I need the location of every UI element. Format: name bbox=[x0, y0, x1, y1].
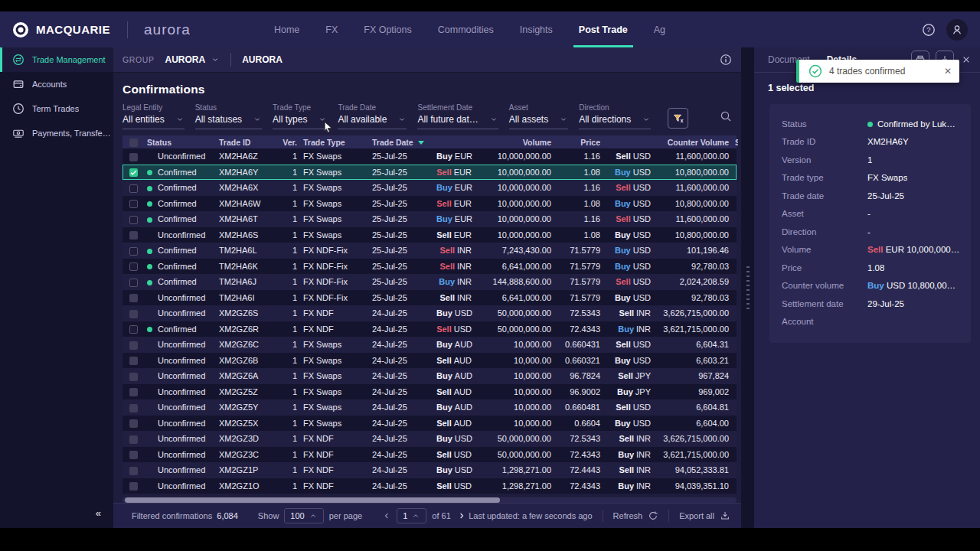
prev-page-button[interactable] bbox=[382, 511, 391, 520]
page-size-select[interactable]: 100 bbox=[284, 508, 323, 523]
table-row[interactable]: UnconfirmedXM2GZ6S1FX NDF24-Jul-25Buy US… bbox=[122, 305, 737, 321]
page-number-input[interactable]: 1 bbox=[397, 508, 426, 523]
table-row[interactable]: ConfirmedXM2HA6Y1FX Swaps25-Jul-25Sell E… bbox=[122, 165, 737, 181]
table-row[interactable]: UnconfirmedXM2HA6Z1FX Swaps25-Jul-25Buy … bbox=[122, 148, 737, 165]
table-row[interactable]: UnconfirmedTM2HA6I1FX NDF-Fix25-Jul-25Se… bbox=[122, 290, 737, 306]
row-checkbox[interactable] bbox=[129, 325, 138, 334]
trade-date-cell: 25-Jul-25 bbox=[369, 152, 433, 161]
filter-settlement-date[interactable]: Settlement DateAll future dat… bbox=[417, 103, 498, 129]
filter-trade-type[interactable]: Trade TypeAll types bbox=[273, 103, 327, 129]
col-price[interactable]: Price bbox=[554, 138, 603, 147]
table-row[interactable]: ConfirmedTM2HA6J1FX NDF-Fix25-Jul-25Buy … bbox=[122, 274, 737, 290]
row-checkbox[interactable] bbox=[129, 357, 138, 365]
select-all-checkbox[interactable] bbox=[122, 137, 144, 147]
table-row[interactable]: UnconfirmedXM2GZ5Y1FX Swaps24-Jul-25Buy … bbox=[122, 399, 737, 416]
version-cell: 1 bbox=[277, 199, 300, 208]
col-trade-id[interactable]: Trade ID bbox=[216, 138, 277, 147]
group-select[interactable]: AURORA bbox=[165, 54, 220, 65]
user-avatar[interactable] bbox=[946, 19, 968, 41]
table-row[interactable]: ConfirmedXM2HA6W1FX Swaps25-Jul-25Sell E… bbox=[122, 196, 737, 212]
table-row[interactable]: UnconfirmedXM2GZ6C1FX Swaps24-Jul-25Buy … bbox=[122, 337, 737, 353]
clear-filters-button[interactable]: x bbox=[668, 108, 688, 129]
table-row[interactable]: UnconfirmedXM2GZ3C1FX NDF24-Jul-25Sell U… bbox=[122, 447, 737, 463]
nav-item-ag[interactable]: Ag bbox=[641, 11, 678, 47]
volume-direction-cell: Buy AUD bbox=[433, 340, 475, 349]
export-all-button[interactable]: Export all bbox=[679, 510, 730, 521]
detail-row: Direction- bbox=[782, 223, 960, 241]
row-checkbox[interactable] bbox=[129, 388, 138, 396]
table-row[interactable]: ConfirmedXM2HA6X1FX Swaps25-Jul-25Buy EU… bbox=[122, 180, 737, 196]
row-checkbox[interactable] bbox=[129, 279, 138, 287]
filter-direction[interactable]: DirectionAll directions bbox=[579, 103, 651, 129]
table-row[interactable]: UnconfirmedXM2GZ5Z1FX Swaps24-Jul-25Sell… bbox=[122, 384, 737, 400]
row-checkbox[interactable] bbox=[129, 341, 138, 350]
row-checkbox[interactable] bbox=[129, 467, 138, 475]
col-cutoff[interactable]: S bbox=[732, 138, 738, 147]
row-checkbox[interactable] bbox=[129, 231, 138, 240]
nav-item-fx[interactable]: FX bbox=[312, 11, 351, 47]
col-status[interactable]: Status bbox=[144, 138, 216, 147]
scrollbar-thumb[interactable] bbox=[125, 497, 500, 503]
row-checkbox[interactable] bbox=[129, 153, 138, 161]
trade-id-cell: TM2HA6K bbox=[216, 262, 277, 271]
row-checkbox[interactable] bbox=[129, 184, 138, 193]
row-checkbox[interactable] bbox=[129, 482, 138, 491]
chevron-down-icon bbox=[318, 115, 327, 124]
row-checkbox[interactable] bbox=[129, 310, 138, 318]
detail-label: Trade type bbox=[782, 173, 867, 182]
horizontal-scrollbar[interactable] bbox=[122, 497, 737, 503]
row-checkbox[interactable] bbox=[129, 200, 138, 208]
filter-legal-entity[interactable]: Legal EntityAll entities bbox=[122, 103, 185, 129]
table-row[interactable]: UnconfirmedXM2GZ6A1FX Swaps24-Jul-25Buy … bbox=[122, 368, 737, 384]
help-icon[interactable]: ? bbox=[922, 23, 936, 37]
filter-status[interactable]: StatusAll statuses bbox=[195, 103, 262, 129]
refresh-button[interactable]: Refresh bbox=[613, 510, 659, 521]
filter-asset[interactable]: AssetAll assets bbox=[509, 103, 568, 129]
sidebar-item-trade-management[interactable]: Trade Management bbox=[0, 47, 113, 72]
collapse-sidebar-button[interactable]: « bbox=[96, 507, 101, 519]
trade-date-cell: 24-Jul-25 bbox=[369, 324, 433, 334]
sidebar-item-term-trades[interactable]: Term Trades bbox=[0, 96, 113, 121]
sidebar-item-accounts[interactable]: Accounts bbox=[0, 72, 113, 96]
row-checkbox[interactable] bbox=[129, 168, 138, 177]
direction-label: Buy bbox=[436, 434, 452, 443]
row-checkbox[interactable] bbox=[129, 294, 138, 302]
filter-trade-date[interactable]: Trade DateAll available bbox=[338, 103, 407, 129]
col-trade-type[interactable]: Trade Type bbox=[300, 138, 369, 147]
sidebar-item-payments-transfers[interactable]: Payments, Transfers & … bbox=[0, 121, 113, 145]
table-row[interactable]: ConfirmedXM2HA6T1FX Swaps25-Jul-25Buy EU… bbox=[122, 211, 737, 227]
col-trade-date[interactable]: Trade Date bbox=[369, 138, 433, 147]
table-row[interactable]: UnconfirmedXM2GZ1O1FX NDF24-Jul-25Sell U… bbox=[122, 478, 737, 494]
table-row[interactable]: UnconfirmedXM2GZ3D1FX NDF24-Jul-25Buy US… bbox=[122, 431, 737, 447]
row-checkbox[interactable] bbox=[129, 435, 138, 444]
row-checkbox[interactable] bbox=[129, 262, 138, 271]
table-row[interactable]: ConfirmedTM2HA6L1FX NDF-Fix25-Jul-25Sell… bbox=[122, 243, 737, 259]
col-volume[interactable]: Volume bbox=[475, 138, 554, 147]
row-checkbox[interactable] bbox=[129, 216, 138, 224]
table-row[interactable]: UnconfirmedXM2GZ5X1FX Swaps24-Jul-25Sell… bbox=[122, 416, 737, 432]
nav-item-home[interactable]: Home bbox=[261, 11, 312, 47]
col-version[interactable]: Ver. bbox=[277, 138, 300, 147]
table-row[interactable]: UnconfirmedXM2HA6S1FX Swaps25-Jul-25Sell… bbox=[122, 227, 737, 243]
table-row[interactable]: UnconfirmedXM2GZ1P1FX NDF24-Jul-25Buy US… bbox=[122, 462, 737, 478]
row-checkbox[interactable] bbox=[129, 247, 138, 256]
nav-item-commodities[interactable]: Commodities bbox=[425, 11, 507, 47]
table-row[interactable]: ConfirmedTM2HA6K1FX NDF-Fix25-Jul-25Sell… bbox=[122, 259, 737, 275]
table-row[interactable]: ConfirmedXM2GZ6R1FX NDF24-Jul-25Sell USD… bbox=[122, 321, 737, 337]
row-checkbox[interactable] bbox=[129, 404, 138, 412]
nav-item-post-trade[interactable]: Post Trade bbox=[566, 11, 641, 47]
search-icon[interactable] bbox=[720, 110, 732, 122]
row-checkbox[interactable] bbox=[129, 451, 138, 459]
info-icon[interactable] bbox=[720, 54, 732, 66]
toast-close-button[interactable]: ✕ bbox=[944, 66, 952, 77]
panel-resize-handle[interactable] bbox=[741, 47, 754, 528]
table-row[interactable]: UnconfirmedXM2GZ6B1FX Swaps24-Jul-25Sell… bbox=[122, 353, 737, 369]
row-checkbox[interactable] bbox=[129, 373, 138, 381]
header-checkbox[interactable] bbox=[129, 139, 138, 147]
nav-item-fx-options[interactable]: FX Options bbox=[351, 11, 425, 47]
close-panel-icon[interactable] bbox=[962, 55, 971, 64]
nav-item-insights[interactable]: Insights bbox=[507, 11, 566, 47]
row-checkbox[interactable] bbox=[129, 419, 138, 428]
col-counter-volume[interactable]: Counter Volume bbox=[654, 138, 732, 147]
next-page-button[interactable] bbox=[457, 511, 466, 520]
